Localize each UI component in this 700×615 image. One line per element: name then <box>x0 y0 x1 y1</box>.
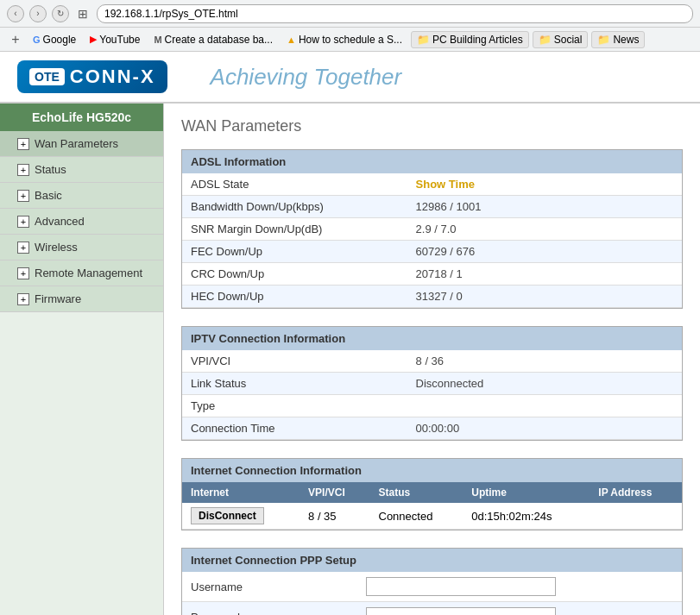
content-area: WAN Parameters ADSL Information ADSL Sta… <box>164 104 700 615</box>
sidebar-item-wireless[interactable]: + Wireless <box>0 235 163 260</box>
sidebar-wireless-label: Wireless <box>35 241 78 254</box>
bookmark-news[interactable]: 📁 News <box>591 31 645 48</box>
add-tab-button[interactable]: + <box>7 31 24 48</box>
expand-status-icon[interactable]: + <box>17 164 29 176</box>
password-label: Password <box>182 602 357 616</box>
internet-table-header-row: Internet VPI/VCI Status Uptime IP Addres… <box>182 482 682 503</box>
bookmark-database-label: Create a database ba... <box>165 34 273 46</box>
iptv-section: IPTV Connection Information VPI/VCI 8 / … <box>181 326 683 441</box>
sidebar-firmware-label: Firmware <box>35 292 81 305</box>
iptv-type-label: Type <box>182 395 407 417</box>
table-row: Username <box>182 572 682 602</box>
bookmark-social-label: Social <box>554 34 583 46</box>
username-cell <box>357 572 682 602</box>
folder-news-icon: 📁 <box>597 34 610 46</box>
refresh-button[interactable]: ↻ <box>52 5 69 22</box>
logo-connx: CONN-X <box>70 66 155 88</box>
sidebar-basic-label: Basic <box>35 189 62 202</box>
bookmark-google[interactable]: G Google <box>28 32 81 47</box>
main-layout: EchoLife HG520c + Wan Parameters + Statu… <box>0 104 700 615</box>
iptv-link-value: Disconnected <box>407 373 682 395</box>
internet-section: Internet Connection Information Internet… <box>181 458 683 530</box>
table-row: HEC Down/Up 31327 / 0 <box>182 286 682 308</box>
page-title: WAN Parameters <box>181 117 683 135</box>
fec-value: 60729 / 676 <box>407 241 682 263</box>
fec-label: FEC Down/Up <box>182 241 407 263</box>
table-row: FEC Down/Up 60729 / 676 <box>182 241 682 263</box>
hec-label: HEC Down/Up <box>182 286 407 308</box>
adsl-section-header: ADSL Information <box>182 150 682 173</box>
url-bar[interactable] <box>97 4 693 23</box>
header-tagline: Achieving Together <box>211 64 402 91</box>
table-row: SNR Margin Down/Up(dB) 2.9 / 7.0 <box>182 218 682 241</box>
table-row: Link Status Disconnected <box>182 373 682 395</box>
sidebar-item-advanced[interactable]: + Advanced <box>0 209 163 235</box>
expand-remote-icon[interactable]: + <box>17 267 29 279</box>
google-icon: G <box>33 35 41 45</box>
sidebar-item-remote[interactable]: + Remote Management <box>0 260 163 286</box>
sidebar-item-status[interactable]: + Status <box>0 157 163 183</box>
password-input[interactable] <box>366 607 556 615</box>
logo-box: OTE CONN-X <box>17 60 167 93</box>
sidebar-remote-label: Remote Management <box>35 267 142 279</box>
bookmark-schedule[interactable]: ▲ How to schedule a S... <box>281 32 407 47</box>
username-label: Username <box>182 572 357 602</box>
table-row: Password <box>182 602 682 616</box>
expand-firmware-icon[interactable]: + <box>17 293 29 305</box>
bookmark-youtube-label: YouTube <box>99 34 140 46</box>
iptv-type-value <box>407 395 682 417</box>
grid-icon: ⊞ <box>74 5 91 22</box>
back-button[interactable]: ‹ <box>7 5 24 22</box>
page-header: OTE CONN-X Achieving Together <box>0 52 700 104</box>
iptv-time-label: Connection Time <box>182 417 407 440</box>
hec-value: 31327 / 0 <box>407 286 682 308</box>
col-vpi-vci: VPI/VCI <box>300 482 369 503</box>
bookmark-youtube[interactable]: ▶ YouTube <box>85 32 145 47</box>
adsl-state-label: ADSL State <box>182 173 407 196</box>
adsl-state-value: Show Time <box>416 178 475 191</box>
internet-disconnect-cell: DisConnect <box>182 503 300 530</box>
browser-chrome: ‹ › ↻ ⊞ <box>0 0 700 28</box>
sidebar-advanced-label: Advanced <box>35 215 85 228</box>
bookmark-news-label: News <box>613 34 639 46</box>
bandwidth-label: Bandwidth Down/Up(kbps) <box>182 196 407 218</box>
internet-status: Connected <box>370 503 464 530</box>
sidebar-item-wan[interactable]: + Wan Parameters <box>0 131 163 157</box>
col-ip: IP Address <box>590 482 682 503</box>
disconnect-button[interactable]: DisConnect <box>191 507 264 524</box>
table-row: ADSL State Show Time <box>182 173 682 196</box>
iptv-vpi-value: 8 / 36 <box>407 350 682 373</box>
crc-value: 20718 / 1 <box>407 263 682 286</box>
table-row: Connection Time 00:00:00 <box>182 417 682 440</box>
sidebar-title: EchoLife HG520c <box>0 104 163 131</box>
username-input[interactable] <box>366 577 556 596</box>
sidebar-item-firmware[interactable]: + Firmware <box>0 286 163 312</box>
ppp-table: Username Password <box>182 572 682 615</box>
col-status: Status <box>370 482 464 503</box>
internet-vpi-vci: 8 / 35 <box>300 503 369 530</box>
table-row: Bandwidth Down/Up(kbps) 12986 / 1001 <box>182 196 682 218</box>
folder-pc-icon: 📁 <box>417 34 430 46</box>
bookmark-google-label: Google <box>43 34 77 46</box>
bandwidth-value: 12986 / 1001 <box>407 196 682 218</box>
internet-section-header: Internet Connection Information <box>182 459 682 482</box>
snr-label: SNR Margin Down/Up(dB) <box>182 218 407 241</box>
expand-advanced-icon[interactable]: + <box>17 216 29 228</box>
table-row: VPI/VCI 8 / 36 <box>182 350 682 373</box>
bookmark-pc-building[interactable]: 📁 PC Building Articles <box>411 31 529 48</box>
sidebar-wan-label: Wan Parameters <box>35 137 118 150</box>
iptv-vpi-label: VPI/VCI <box>182 350 407 373</box>
ppp-section-header: Internet Connection PPP Setup <box>182 549 682 572</box>
col-uptime: Uptime <box>463 482 590 503</box>
expand-basic-icon[interactable]: + <box>17 190 29 202</box>
bookmarks-bar: + G Google ▶ YouTube M Create a database… <box>0 28 700 52</box>
forward-button[interactable]: › <box>29 5 47 22</box>
adsl-table: ADSL State Show Time Bandwidth Down/Up(k… <box>182 173 682 308</box>
sidebar-item-basic[interactable]: + Basic <box>0 183 163 209</box>
sidebar-status-label: Status <box>35 163 66 176</box>
table-row: Type <box>182 395 682 417</box>
expand-wan-icon[interactable]: + <box>17 138 29 150</box>
expand-wireless-icon[interactable]: + <box>17 242 29 254</box>
bookmark-database[interactable]: M Create a database ba... <box>148 32 278 47</box>
bookmark-social[interactable]: 📁 Social <box>533 31 589 48</box>
